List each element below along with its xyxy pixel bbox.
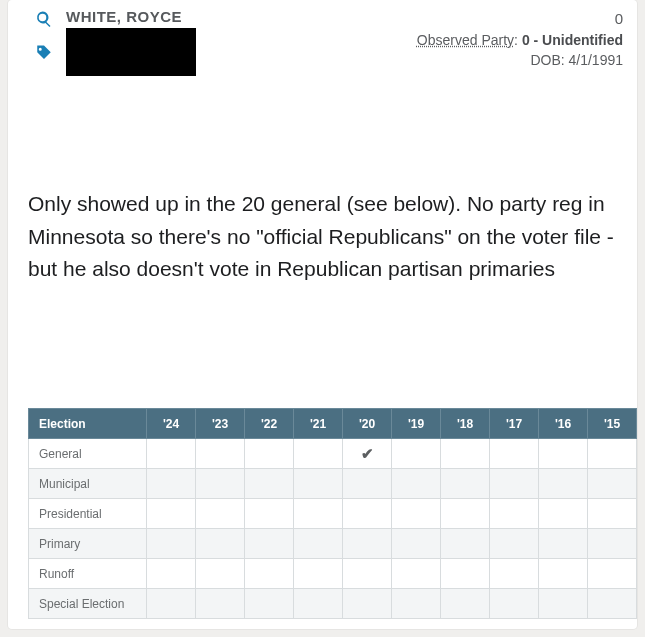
vote-cell [588,469,637,499]
vote-cell [588,439,637,469]
vote-cell [490,529,539,559]
vote-history-table-wrap: Election '24 '23 '22 '21 '20 '19 '18 '17… [28,408,637,619]
vote-cell [490,559,539,589]
board-background: WHITE, ROYCE 0 Observed Party: 0 - Unide… [0,0,645,637]
vote-cell [147,529,196,559]
vote-cell [392,469,441,499]
vote-cell [196,589,245,619]
vote-cell [147,469,196,499]
name-column: WHITE, ROYCE [66,8,196,76]
check-icon: ✔ [361,445,374,462]
vote-cell [490,499,539,529]
vote-cell [147,499,196,529]
row-label: Municipal [29,469,147,499]
vote-cell [245,529,294,559]
tag-icon[interactable] [35,44,53,66]
vote-cell [343,529,392,559]
vote-cell [539,589,588,619]
vote-cell [588,559,637,589]
vote-cell [490,439,539,469]
vote-cell [294,529,343,559]
table-header-row: Election '24 '23 '22 '21 '20 '19 '18 '17… [29,409,637,439]
table-row: Special Election [29,589,637,619]
vote-cell [245,589,294,619]
col-year: '16 [539,409,588,439]
col-year: '18 [441,409,490,439]
col-year: '15 [588,409,637,439]
observed-party-label: Observed Party [417,32,514,48]
search-icon[interactable] [35,10,53,32]
redacted-block [66,28,196,76]
action-icon-column [22,8,66,66]
dob-value: 4/1/1991 [569,52,624,68]
col-year: '19 [392,409,441,439]
table-row: Primary [29,529,637,559]
voter-name: WHITE, ROYCE [66,8,196,25]
vote-cell [294,439,343,469]
col-year: '22 [245,409,294,439]
vote-cell [294,499,343,529]
col-year: '24 [147,409,196,439]
col-year: '21 [294,409,343,439]
row-label: Special Election [29,589,147,619]
vote-cell [441,439,490,469]
vote-cell [588,529,637,559]
vote-cell [294,589,343,619]
vote-cell [343,559,392,589]
vote-cell [245,469,294,499]
col-year: '17 [490,409,539,439]
vote-cell [490,589,539,619]
vote-cell [245,559,294,589]
vote-cell [392,559,441,589]
vote-cell [196,469,245,499]
vote-cell [490,469,539,499]
vote-cell [343,469,392,499]
row-label: General [29,439,147,469]
col-year: '20 [343,409,392,439]
row-label: Presidential [29,499,147,529]
table-row: Municipal [29,469,637,499]
vote-cell [245,499,294,529]
vote-cell [147,559,196,589]
vote-cell [343,499,392,529]
vote-cell [539,499,588,529]
dob-line: DOB: 4/1/1991 [417,50,623,70]
vote-cell [294,469,343,499]
table-row: Runoff [29,559,637,589]
dob-label: DOB: [530,52,564,68]
vote-cell [539,439,588,469]
vote-cell [539,529,588,559]
vote-cell [245,439,294,469]
vote-cell [392,529,441,559]
vote-cell [196,439,245,469]
observed-party-line: Observed Party: 0 - Unidentified [417,30,623,50]
vote-cell [441,589,490,619]
vote-cell [343,589,392,619]
table-row: General✔ [29,439,637,469]
vote-cell [588,589,637,619]
record-meta: 0 Observed Party: 0 - Unidentified DOB: … [417,8,623,70]
vote-cell [441,499,490,529]
row-label: Runoff [29,559,147,589]
vote-cell [539,469,588,499]
vote-cell [147,439,196,469]
observed-party-value: 0 - Unidentified [522,32,623,48]
vote-cell [441,559,490,589]
vote-cell [392,589,441,619]
col-year: '23 [196,409,245,439]
vote-cell [441,469,490,499]
table-row: Presidential [29,499,637,529]
vote-cell [441,529,490,559]
vote-cell [539,559,588,589]
commentary-text: Only showed up in the 20 general (see be… [8,188,637,286]
vote-cell [588,499,637,529]
row-label: Primary [29,529,147,559]
vote-cell [392,439,441,469]
col-election: Election [29,409,147,439]
vote-cell [196,499,245,529]
record-id-zero: 0 [417,8,623,30]
vote-cell [196,559,245,589]
vote-cell [294,559,343,589]
vote-cell [392,499,441,529]
record-header: WHITE, ROYCE 0 Observed Party: 0 - Unide… [8,0,637,76]
